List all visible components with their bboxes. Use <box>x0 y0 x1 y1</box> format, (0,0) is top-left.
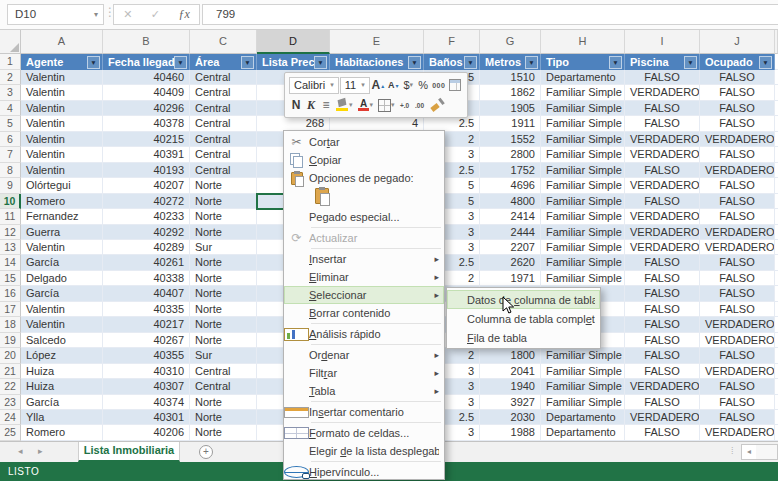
filter-button-piscina[interactable]: ▼ <box>684 56 697 69</box>
row-header-21[interactable]: 21 <box>0 364 21 379</box>
cell-C20[interactable]: Sur <box>190 348 257 363</box>
filter-button-tipo[interactable]: ▼ <box>609 56 622 69</box>
row-header-2[interactable]: 2 <box>0 70 21 85</box>
column-letter-A[interactable]: A <box>21 30 103 54</box>
column-letter-J[interactable]: J <box>700 30 775 54</box>
cell-G9[interactable]: 4696 <box>480 178 541 193</box>
menu-item-analisis-rapido[interactable]: Análisis rápido <box>284 325 444 343</box>
submenu-item-fila-de-tabla[interactable]: Fila de tabla <box>447 328 600 347</box>
menu-item-seleccionar[interactable]: Seleccionar▸ <box>284 286 444 304</box>
cell-A11[interactable]: Fernandez <box>21 209 103 224</box>
cell-G22[interactable]: 1940 <box>480 379 541 394</box>
row-header-7[interactable]: 7 <box>0 147 21 162</box>
italic-button[interactable]: K <box>304 96 318 114</box>
paste-option-button[interactable] <box>315 187 329 208</box>
row-header-13[interactable]: 13 <box>0 240 21 255</box>
cell-I19[interactable]: FALSO <box>625 333 700 348</box>
cell-G25[interactable]: 1988 <box>480 425 541 440</box>
menu-item-insertar[interactable]: Insertar▸ <box>284 250 444 268</box>
cell-J15[interactable]: FALSO <box>700 271 775 286</box>
cell-B6[interactable]: 40215 <box>103 132 190 147</box>
cell-I10[interactable]: FALSO <box>625 194 700 209</box>
cell-A4[interactable]: Valentin <box>21 101 103 116</box>
cell-J18[interactable]: VERDADERO <box>700 317 775 332</box>
cell-A18[interactable]: Valentin <box>21 317 103 332</box>
cell-B21[interactable]: 40310 <box>103 364 190 379</box>
column-letter-G[interactable]: G <box>480 30 541 54</box>
cell-B16[interactable]: 40407 <box>103 286 190 301</box>
row-header-23[interactable]: 23 <box>0 395 21 410</box>
cell-J16[interactable]: FALSO <box>700 286 775 301</box>
cell-G24[interactable]: 2030 <box>480 410 541 425</box>
hscroll-track[interactable] <box>756 444 778 460</box>
row-header-6[interactable]: 6 <box>0 132 21 147</box>
cell-J2[interactable]: FALSO <box>700 70 775 85</box>
row-header-22[interactable]: 22 <box>0 379 21 394</box>
cell-H25[interactable]: Departamento <box>541 425 625 440</box>
cell-J9[interactable]: FALSO <box>700 178 775 193</box>
cell-J11[interactable]: FALSO <box>700 209 775 224</box>
menu-item-insertar-comentario[interactable]: Insertar comentario <box>284 403 444 421</box>
cell-G12[interactable]: 2444 <box>480 225 541 240</box>
row-header-20[interactable]: 20 <box>0 348 21 363</box>
cell-B15[interactable]: 40338 <box>103 271 190 286</box>
cell-H14[interactable]: Familiar Simple <box>541 255 625 270</box>
filter-button-metros[interactable]: ▼ <box>525 56 538 69</box>
cell-A17[interactable]: Valentin <box>21 302 103 317</box>
cell-C18[interactable]: Norte <box>190 317 257 332</box>
cell-B8[interactable]: 40193 <box>103 163 190 178</box>
submenu-item-datos-de-columna-de-tabla[interactable]: Datos de columna de tabla <box>447 290 600 309</box>
increase-decimal-button[interactable]: +.0 <box>398 96 412 114</box>
cell-C3[interactable]: Central <box>190 85 257 100</box>
menu-item-formato-de-celdas[interactable]: Formato de celdas... <box>284 424 444 442</box>
row-header-15[interactable]: 15 <box>0 271 21 286</box>
cell-C24[interactable]: Norte <box>190 410 257 425</box>
cell-C25[interactable]: Norte <box>190 425 257 440</box>
cell-H12[interactable]: Familiar Simple <box>541 225 625 240</box>
cell-I22[interactable]: VERDADERO <box>625 379 700 394</box>
row-header-25[interactable]: 25 <box>0 425 21 440</box>
prev-sheet-icon[interactable]: ◂ <box>18 446 23 456</box>
cell-I14[interactable]: FALSO <box>625 255 700 270</box>
menu-item-hipervinculo[interactable]: Hipervínculo... <box>284 463 444 480</box>
cell-B18[interactable]: 40217 <box>103 317 190 332</box>
row-header-19[interactable]: 19 <box>0 333 21 348</box>
cell-B2[interactable]: 40460 <box>103 70 190 85</box>
row-header-12[interactable]: 12 <box>0 225 21 240</box>
cell-H6[interactable]: Familiar Simple <box>541 132 625 147</box>
font-name-select[interactable]: Calibri ▾ <box>289 77 339 94</box>
menu-item-borrar-contenido[interactable]: Borrar contenido <box>284 304 444 322</box>
cell-B5[interactable]: 40378 <box>103 116 190 131</box>
cell-A25[interactable]: Romero <box>21 425 103 440</box>
table-header-metros[interactable]: Metros▼ <box>480 54 541 70</box>
cell-B19[interactable]: 40267 <box>103 333 190 348</box>
filter-button-fecha-llegada[interactable]: ▼ <box>174 56 187 69</box>
cell-A20[interactable]: López <box>21 348 103 363</box>
cell-A23[interactable]: García <box>21 395 103 410</box>
cell-J14[interactable]: FALSO <box>700 255 775 270</box>
filter-button-habitaciones[interactable]: ▼ <box>408 56 421 69</box>
format-table-button[interactable] <box>447 76 463 94</box>
row-header-10[interactable]: 10 <box>0 194 21 209</box>
row-header-4[interactable]: 4 <box>0 101 21 116</box>
cell-J13[interactable]: VERDADERO <box>700 240 775 255</box>
cell-C11[interactable]: Norte <box>190 209 257 224</box>
row-header-9[interactable]: 9 <box>0 178 21 193</box>
table-header-ocupado[interactable]: Ocupado▼ <box>700 54 775 70</box>
row-header-1[interactable]: 1 <box>0 54 21 70</box>
select-all-corner[interactable] <box>0 30 21 54</box>
font-size-select[interactable]: 11 ▾ <box>340 77 370 94</box>
cell-A9[interactable]: Olórtegui <box>21 178 103 193</box>
cell-B12[interactable]: 40292 <box>103 225 190 240</box>
row-header-16[interactable]: 16 <box>0 286 21 301</box>
filter-button-area[interactable]: ▼ <box>241 56 254 69</box>
cell-B17[interactable]: 40335 <box>103 302 190 317</box>
cell-A13[interactable]: Valentin <box>21 240 103 255</box>
cell-J25[interactable]: VERDADERO <box>700 425 775 440</box>
cell-I2[interactable]: FALSO <box>625 70 700 85</box>
cell-J23[interactable]: FALSO <box>700 395 775 410</box>
cell-I24[interactable]: VERDADERO <box>625 410 700 425</box>
cell-H23[interactable]: Familiar Simple <box>541 395 625 410</box>
cell-A3[interactable]: Valentin <box>21 85 103 100</box>
cancel-icon[interactable]: ✕ <box>123 8 132 21</box>
